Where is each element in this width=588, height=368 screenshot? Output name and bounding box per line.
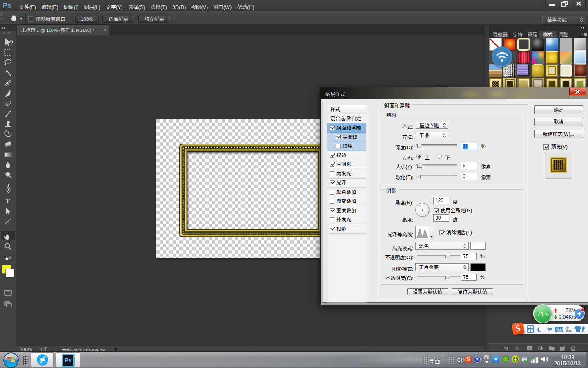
- svg-text:fx: fx: [515, 345, 519, 351]
- svg-text:14: 14: [568, 330, 571, 332]
- svg-text:T: T: [5, 197, 10, 205]
